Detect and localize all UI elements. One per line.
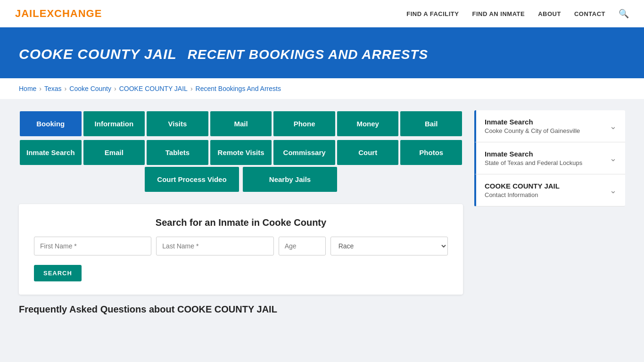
- breadcrumb-jail[interactable]: COOKE COUNTY JAIL: [119, 85, 188, 92]
- right-sidebar: Inmate Search Cooke County & City of Gai…: [474, 110, 625, 206]
- button-row-2: Inmate Search Email Tablets Remote Visit…: [19, 139, 463, 166]
- search-button[interactable]: SEARCH: [34, 265, 82, 281]
- search-card: Search for an Inmate in Cooke County Rac…: [19, 204, 463, 295]
- btn-court-process-video[interactable]: Court Process Video: [145, 167, 239, 192]
- navbar: JAILEXCHANGE FIND A FACILITY FIND AN INM…: [0, 0, 644, 28]
- sidebar-card-2-subtitle: State of Texas and Federal Lockups: [485, 159, 582, 166]
- sidebar-card-1-subtitle: Cooke County & City of Gainesville: [485, 127, 580, 134]
- breadcrumb-sep-1: ›: [39, 85, 41, 92]
- race-select[interactable]: Race White Black Hispanic Asian Other: [330, 237, 448, 255]
- sidebar-card-3-title: COOKE COUNTY JAIL: [485, 182, 560, 190]
- chevron-down-icon-1: ⌄: [610, 121, 617, 132]
- btn-tablets[interactable]: Tablets: [147, 140, 208, 165]
- btn-email[interactable]: Email: [83, 140, 145, 165]
- breadcrumb-sep-3: ›: [114, 85, 116, 92]
- nav-search-icon[interactable]: 🔍: [619, 8, 629, 19]
- btn-bail[interactable]: Bail: [400, 111, 462, 136]
- btn-commissary[interactable]: Commissary: [273, 140, 335, 165]
- sidebar-card-3[interactable]: COOKE COUNTY JAIL Contact Information ⌄: [474, 174, 625, 206]
- age-input[interactable]: [279, 237, 326, 255]
- sidebar-card-1[interactable]: Inmate Search Cooke County & City of Gai…: [474, 110, 625, 142]
- breadcrumb-current: Recent Bookings And Arrests: [196, 85, 281, 92]
- left-column: Booking Information Visits Mail Phone Mo…: [19, 110, 463, 315]
- search-form: Race White Black Hispanic Asian Other: [34, 237, 448, 255]
- nav-about[interactable]: ABOUT: [538, 9, 561, 18]
- logo[interactable]: JAILEXCHANGE: [15, 8, 102, 20]
- breadcrumb-texas[interactable]: Texas: [44, 85, 62, 92]
- btn-booking[interactable]: Booking: [20, 111, 82, 136]
- btn-inmate-search[interactable]: Inmate Search: [20, 140, 82, 165]
- btn-visits[interactable]: Visits: [147, 111, 208, 136]
- btn-court[interactable]: Court: [337, 140, 399, 165]
- chevron-down-icon-3: ⌄: [610, 185, 617, 196]
- btn-money[interactable]: Money: [337, 111, 399, 136]
- faq-heading: Frequently Asked Questions about COOKE C…: [19, 304, 463, 315]
- main-content: Booking Information Visits Mail Phone Mo…: [0, 99, 644, 326]
- breadcrumb-home[interactable]: Home: [19, 85, 36, 92]
- search-icon[interactable]: 🔍: [619, 9, 629, 18]
- btn-photos[interactable]: Photos: [400, 140, 462, 165]
- button-row-3: Court Process Video Nearby Jails: [19, 166, 463, 193]
- button-grid: Booking Information Visits Mail Phone Mo…: [19, 110, 463, 193]
- logo-text: JAILEXCHANGE: [15, 8, 102, 19]
- sidebar-card-1-title: Inmate Search: [485, 118, 580, 126]
- chevron-down-icon-2: ⌄: [610, 153, 617, 164]
- nav-contact[interactable]: CONTACT: [574, 9, 605, 18]
- btn-information[interactable]: Information: [83, 111, 145, 136]
- last-name-input[interactable]: [156, 237, 273, 255]
- nav-find-facility[interactable]: FIND A FACILITY: [406, 9, 459, 18]
- search-card-title: Search for an Inmate in Cooke County: [34, 217, 448, 228]
- breadcrumb-sep-4: ›: [190, 85, 193, 92]
- page-title: COOKE COUNTY JAIL RECENT BOOKINGS AND AR…: [19, 43, 625, 63]
- btn-mail[interactable]: Mail: [210, 111, 272, 136]
- breadcrumb-county[interactable]: Cooke County: [69, 85, 111, 92]
- btn-nearby-jails[interactable]: Nearby Jails: [243, 167, 337, 192]
- first-name-input[interactable]: [34, 237, 151, 255]
- button-row-1: Booking Information Visits Mail Phone Mo…: [19, 110, 463, 137]
- hero-banner: COOKE COUNTY JAIL RECENT BOOKINGS AND AR…: [0, 28, 644, 78]
- btn-remote-visits[interactable]: Remote Visits: [210, 140, 272, 165]
- btn-phone[interactable]: Phone: [273, 111, 335, 136]
- sidebar-card-2[interactable]: Inmate Search State of Texas and Federal…: [474, 142, 625, 174]
- breadcrumb: Home › Texas › Cooke County › COOKE COUN…: [0, 78, 644, 99]
- breadcrumb-sep-2: ›: [65, 85, 67, 92]
- nav-links: FIND A FACILITY FIND AN INMATE ABOUT CON…: [406, 8, 629, 19]
- sidebar-card-2-title: Inmate Search: [485, 150, 582, 158]
- nav-find-inmate[interactable]: FIND AN INMATE: [472, 9, 525, 18]
- sidebar-card-3-subtitle: Contact Information: [485, 191, 560, 198]
